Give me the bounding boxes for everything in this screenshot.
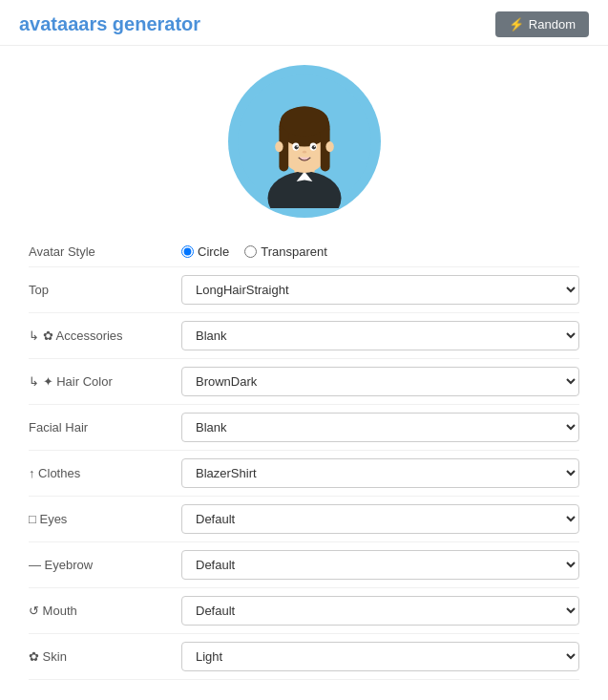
- eyebrow-select[interactable]: Angry AngryNatural Default DefaultNatura…: [181, 550, 579, 580]
- mouth-label: ↺ Mouth: [29, 604, 181, 618]
- top-select[interactable]: LongHairStraight LongHairCurly ShortHair…: [181, 275, 579, 305]
- avatar-svg: [238, 74, 371, 208]
- accessories-select[interactable]: Blank Kurt Prescription01 Prescription02…: [181, 321, 579, 350]
- clothes-row: ↑ Clothes BlazerShirt BlazerSweater Coll…: [29, 451, 579, 497]
- random-button[interactable]: ⚡ Random: [495, 11, 589, 37]
- hair-color-label: ↳ ✦ Hair Color: [29, 374, 181, 389]
- accessories-label: ↳ ✿ Accessories: [29, 329, 181, 343]
- circle-option[interactable]: Circle: [181, 244, 229, 259]
- transparent-option[interactable]: Transparent: [244, 244, 327, 259]
- skin-row: ✿ Skin Tanned Yellow Pale Light Brown Da…: [29, 634, 579, 680]
- svg-point-14: [311, 145, 315, 149]
- svg-point-13: [294, 145, 298, 149]
- accessories-row: ↳ ✿ Accessories Blank Kurt Prescription0…: [29, 313, 579, 359]
- avatar-style-label: Avatar Style: [29, 244, 181, 259]
- eyes-row: □ Eyes Close Cry Default Dizzy EyeRoll H…: [29, 497, 579, 542]
- accessories-input: Blank Kurt Prescription01 Prescription02…: [181, 321, 579, 350]
- clothes-input: BlazerShirt BlazerSweater CollarSweater …: [181, 458, 579, 488]
- clothes-label: ↑ Clothes: [29, 466, 181, 480]
- svg-point-17: [302, 151, 305, 154]
- facial-hair-select[interactable]: Blank BeardMedium BeardLight BeardMagest…: [181, 413, 579, 442]
- random-icon: ⚡: [509, 17, 524, 32]
- top-row: Top LongHairStraight LongHairCurly Short…: [29, 267, 579, 313]
- svg-point-15: [296, 146, 297, 147]
- eyes-label: □ Eyes: [29, 512, 181, 526]
- transparent-radio[interactable]: [244, 245, 257, 258]
- facial-hair-input: Blank BeardMedium BeardLight BeardMagest…: [181, 413, 579, 442]
- svg-point-10: [325, 141, 333, 152]
- hair-color-row: ↳ ✦ Hair Color Auburn Black Blonde Blond…: [29, 359, 579, 405]
- svg-point-9: [275, 141, 283, 152]
- circle-label: Circle: [198, 244, 229, 259]
- eyebrow-row: — Eyebrow Angry AngryNatural Default Def…: [29, 542, 579, 588]
- avatar-circle: [228, 65, 381, 218]
- clothes-select[interactable]: BlazerShirt BlazerSweater CollarSweater …: [181, 458, 579, 488]
- svg-point-16: [313, 146, 314, 147]
- avatar-preview-section: [0, 46, 608, 227]
- skin-input: Tanned Yellow Pale Light Brown DarkBrown…: [181, 642, 579, 671]
- hair-color-input: Auburn Black Blonde BlondeGolden Brown B…: [181, 367, 579, 396]
- random-label: Random: [529, 17, 576, 32]
- top-input: LongHairStraight LongHairCurly ShortHair…: [181, 275, 579, 305]
- mouth-select[interactable]: Concerned Default Disbelief Eating Grima…: [181, 596, 579, 626]
- svg-point-8: [280, 107, 327, 137]
- controls-section: Avatar Style Circle Transparent Top Long…: [0, 227, 608, 689]
- app-header: avataaars generator ⚡ Random: [0, 0, 608, 46]
- footer-note: More options coming soon, subscribe for …: [0, 689, 608, 700]
- top-label: Top: [29, 283, 181, 297]
- facial-hair-label: Facial Hair: [29, 420, 181, 435]
- eyebrow-input: Angry AngryNatural Default DefaultNatura…: [181, 550, 579, 580]
- app-title: avataaars generator: [19, 13, 200, 35]
- mouth-row: ↺ Mouth Concerned Default Disbelief Eati…: [29, 588, 579, 634]
- hair-color-select[interactable]: Auburn Black Blonde BlondeGolden Brown B…: [181, 367, 579, 396]
- eyes-input: Close Cry Default Dizzy EyeRoll Happy He…: [181, 504, 579, 534]
- facial-hair-row: Facial Hair Blank BeardMedium BeardLight…: [29, 405, 579, 451]
- eyes-select[interactable]: Close Cry Default Dizzy EyeRoll Happy He…: [181, 504, 579, 534]
- transparent-label: Transparent: [261, 244, 327, 259]
- skin-select[interactable]: Tanned Yellow Pale Light Brown DarkBrown…: [181, 642, 579, 671]
- avatar-style-input: Circle Transparent: [181, 244, 579, 259]
- circle-radio[interactable]: [181, 245, 194, 258]
- eyebrow-label: — Eyebrow: [29, 558, 181, 572]
- mouth-input: Concerned Default Disbelief Eating Grima…: [181, 596, 579, 626]
- avatar-style-row: Avatar Style Circle Transparent: [29, 237, 579, 267]
- skin-label: ✿ Skin: [29, 649, 181, 664]
